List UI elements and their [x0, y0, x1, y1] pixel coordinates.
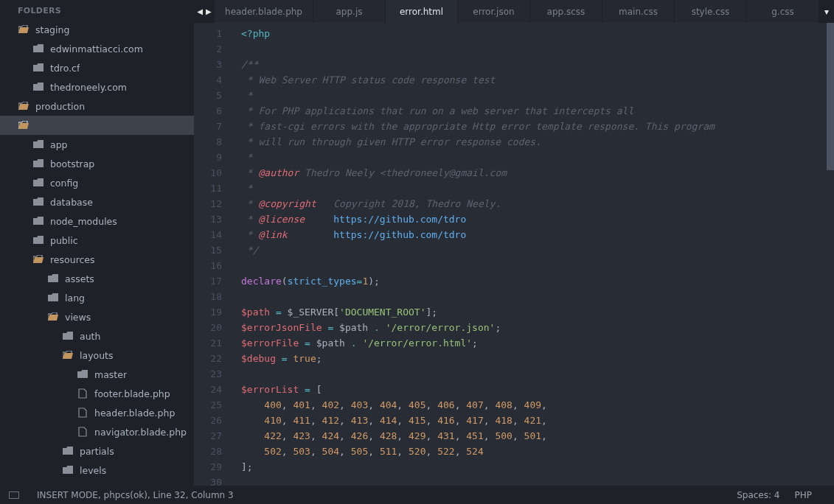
folder-open-icon [18, 101, 29, 111]
tab-list: header.blade.phpapp.jserror.htmlerror.js… [215, 0, 819, 23]
tree-folder[interactable]: thedroneely.com [0, 77, 194, 97]
tree-folder[interactable]: views [0, 307, 194, 326]
tree-item-label: assets [65, 273, 94, 284]
tab-label: app.scss [547, 7, 585, 17]
sidebar: FOLDERS stagingedwinmattiacci.comtdro.cf… [0, 0, 194, 486]
tab[interactable]: error.html [386, 0, 458, 23]
folder-icon [47, 273, 59, 284]
tree-file[interactable]: footer.blade.php [0, 384, 194, 403]
folder-icon [62, 331, 74, 341]
code-line [241, 475, 834, 486]
tree-folder[interactable]: node_modules [0, 211, 194, 231]
tree-folder[interactable]: production [0, 97, 194, 116]
tab-overflow-button[interactable]: ▾ [819, 0, 834, 23]
code-line: $errorList = [ [241, 382, 834, 397]
tree-item-label: public [50, 235, 78, 246]
tree-item-label: thedroneely.com [50, 82, 127, 93]
folder-icon [32, 43, 44, 54]
status-syntax[interactable]: PHP [788, 490, 820, 500]
tab-nav-arrows[interactable]: ◀ ▶ [194, 0, 215, 23]
tree-file[interactable]: navigator.blade.php [0, 422, 194, 441]
code-line [241, 366, 834, 382]
status-bar: INSERT MODE, phpcs(ok), Line 32, Column … [0, 486, 834, 504]
code-line: <?php [241, 26, 834, 41]
tab-prev-icon: ◀ [197, 7, 203, 15]
code-line: * @author Thedro Neely <thedroneely@gmai… [241, 165, 834, 181]
tree-folder[interactable]: tdro.cf [0, 58, 194, 77]
file-icon [77, 427, 88, 437]
tree-item-label: production [35, 101, 85, 112]
tree-folder[interactable]: auth [0, 326, 194, 346]
status-left[interactable]: INSERT MODE, phpcs(ok), Line 32, Column … [29, 490, 241, 500]
tree-item-label: header.blade.php [94, 407, 175, 419]
code-line: * Web Server HTTP status code response t… [241, 72, 834, 88]
tree-folder[interactable]: config [0, 173, 194, 192]
sidebar-header: FOLDERS [0, 0, 194, 20]
code-line: * fast-cgi errors with the appropriate H… [241, 119, 834, 134]
tree-folder[interactable]: lang [0, 288, 194, 307]
code-line: * [241, 150, 834, 165]
tree-item-label: bootstrap [50, 158, 94, 169]
tree-item-label [35, 120, 68, 131]
code-line [241, 289, 834, 304]
folder-icon [32, 139, 44, 150]
tab[interactable]: app.scss [530, 0, 602, 23]
scrollbar-track[interactable] [827, 23, 834, 486]
tab-label: error.html [400, 7, 443, 17]
tree-folder[interactable]: bootstrap [0, 154, 194, 173]
tab-label: main.css [619, 7, 658, 17]
tree-folder[interactable]: partials [0, 441, 194, 461]
tree-item-label: master [94, 369, 127, 380]
folder-icon [47, 293, 59, 303]
tree-folder[interactable]: public [0, 231, 194, 250]
code-line: * For PHP applications that run on a web… [241, 103, 834, 119]
tab[interactable]: header.blade.php [215, 0, 313, 23]
tree-item-label: lang [65, 293, 85, 304]
tree-folder[interactable]: resources [0, 250, 194, 269]
folder-icon [62, 465, 74, 475]
tab[interactable]: main.css [602, 0, 675, 23]
folder-icon [32, 197, 44, 207]
scrollbar-thumb[interactable] [827, 23, 834, 170]
tab-label: style.css [692, 7, 730, 17]
tree-item-label: levels [80, 465, 106, 476]
folder-open-icon [47, 312, 59, 322]
tree-item-label: node_modules [50, 216, 117, 227]
tab-label: header.blade.php [225, 7, 302, 17]
tree-folder[interactable]: levels [0, 461, 194, 480]
folder-icon [32, 216, 44, 226]
tab[interactable]: error.json [458, 0, 530, 23]
tree-item-label: auth [80, 331, 100, 342]
tree-folder[interactable]: assets [0, 269, 194, 288]
tree-folder[interactable] [0, 116, 194, 135]
chevron-down-icon: ▾ [824, 7, 829, 17]
code-line: * @copyright Copyright 2018, Thedro Neel… [241, 196, 834, 211]
code-content[interactable]: <?php /** * Web Server HTTP status code … [229, 23, 834, 486]
tree-folder[interactable]: app [0, 135, 194, 154]
folder-open-icon [32, 254, 44, 265]
file-tree[interactable]: stagingedwinmattiacci.comtdro.cfthedrone… [0, 20, 194, 486]
tree-folder[interactable]: database [0, 192, 194, 211]
tree-item-label: database [50, 197, 93, 208]
code-line: $debug = true; [241, 351, 834, 366]
tree-file[interactable]: header.blade.php [0, 403, 194, 422]
tree-folder[interactable]: layouts [0, 346, 194, 365]
folder-icon [32, 158, 44, 169]
folder-icon [62, 446, 74, 456]
code-editor[interactable]: 1234567891011121314151617181920212223242… [194, 23, 834, 486]
tab[interactable]: app.js [313, 0, 386, 23]
tree-item-label: staging [35, 24, 69, 35]
tree-folder[interactable]: master [0, 365, 194, 384]
tab[interactable]: g.css [747, 0, 819, 23]
tree-item-label: resources [50, 254, 95, 265]
tree-folder[interactable]: staging [0, 20, 194, 39]
tree-folder[interactable]: edwinmattiacci.com [0, 39, 194, 58]
tab[interactable]: style.css [675, 0, 747, 23]
code-line [241, 258, 834, 273]
panel-toggle-icon[interactable] [9, 491, 19, 499]
code-line: * @license https://github.com/tdro [241, 211, 834, 227]
code-line: 502, 503, 504, 505, 511, 520, 522, 524 [241, 444, 834, 459]
tree-item-label: app [50, 139, 68, 150]
status-indent[interactable]: Spaces: 4 [729, 490, 787, 500]
code-line: * [241, 88, 834, 103]
